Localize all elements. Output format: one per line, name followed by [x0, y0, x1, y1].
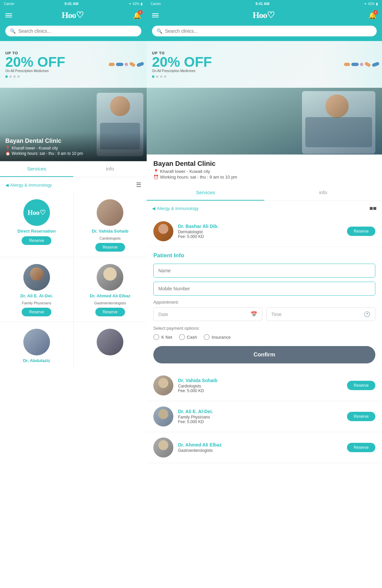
- doctor-list-info-0: Dr. Bashar Ali Dib. Dermatologist Fee: 5…: [178, 224, 342, 239]
- grid-view-icon-right[interactable]: ■■: [369, 205, 377, 212]
- clinic-hero-right: ‹: [147, 88, 382, 155]
- bluetooth-icon: ⚭: [129, 2, 131, 6]
- search-input-left[interactable]: [18, 28, 137, 34]
- bluetooth-icon-right: ⚭: [364, 2, 367, 6]
- doctor-card-2: Dr. Ahmed Ali Elbaz Gastroenterologists …: [74, 257, 147, 322]
- status-bar-right: Carrier 9:41 AM ⚭ 42% ▮: [147, 0, 382, 7]
- notification-button-left[interactable]: 🔔 1: [133, 11, 141, 19]
- doctor-card-0: Dr. Vahida Sohaib Cardiologists Reserve: [74, 193, 147, 257]
- app-logo-right: Hoo♡: [253, 10, 274, 20]
- header-right: Hoo♡ 🔔 1: [147, 7, 382, 24]
- banner-content-left: UP TO 20% OFF On All Prescription Medici…: [5, 51, 65, 78]
- doctor-list-item-1: Dr. Vahida Sohaib Cardiologists Fee: 5.0…: [147, 370, 382, 401]
- doctor-list-fee-2: Fee: 5.000 KD: [178, 419, 342, 424]
- reserve-button-list-0[interactable]: Reserve: [347, 227, 375, 236]
- insurance-label: Insurance: [212, 335, 231, 340]
- reserve-button-2[interactable]: Reserve: [95, 308, 125, 316]
- date-picker[interactable]: Date 📅: [153, 307, 262, 321]
- doctor-list-avatar-2: [153, 406, 173, 426]
- category-back-left[interactable]: ◀ Aliergy & immunology: [5, 183, 52, 188]
- pill-blue-right: [351, 63, 359, 66]
- notification-badge-right: 1: [373, 10, 378, 15]
- hamburger-button-right[interactable]: [152, 13, 159, 17]
- doctor-list-info-3: Dr. Ahmed Ali Elbaz Gastroenterologists: [178, 442, 342, 453]
- category-back-right[interactable]: ◀ Aliergy & immunology: [152, 206, 199, 211]
- clock-icon-form: 🕐: [364, 311, 370, 317]
- tab-services-left[interactable]: Services: [0, 161, 73, 177]
- reserve-button-list-3[interactable]: Reserve: [347, 443, 375, 452]
- clinic-name-right: Bayan Dental Clinic: [153, 160, 375, 168]
- location-icon-right: 📍: [153, 169, 159, 174]
- reserve-button-direct[interactable]: Reserve: [22, 236, 51, 245]
- doctor-name-0: Dr. Vahida Sohaib: [92, 229, 128, 234]
- doctor-list-avatar-1: [153, 375, 173, 395]
- pill-blue2-left: [136, 62, 144, 67]
- search-bar-left[interactable]: 🔍: [5, 26, 141, 36]
- pill-orange-left: [109, 63, 115, 66]
- doctor-name-direct: Direct Reservation: [17, 229, 56, 234]
- battery-text-right: 42%: [368, 2, 375, 6]
- radio-insurance: [204, 334, 210, 340]
- search-bar-right[interactable]: 🔍: [152, 26, 377, 36]
- clinic-info-right: Bayan Dental Clinic 📍 Kharafi tower - Ku…: [147, 155, 382, 185]
- patient-info-title: Patient Info: [153, 252, 375, 259]
- promo-banner-left: UP TO 20% OFF On All Prescription Medici…: [0, 41, 147, 88]
- clinic-hero-left: ‹ Bayan Dental Clinic 📍 Kharafi tower - …: [0, 88, 147, 161]
- radio-cash: [179, 334, 185, 340]
- clinic-location-left: 📍 Kharafi tower - Kuwait city: [5, 146, 141, 151]
- cash-label: Cash: [187, 335, 197, 340]
- banner-pills-left: [87, 41, 147, 88]
- right-screen: Carrier 9:41 AM ⚭ 42% ▮ Hoo♡ 🔔 1 🔍: [147, 0, 382, 588]
- doctor-specialty-2: Gastroenterologists: [94, 301, 126, 305]
- status-icons-left: ⚭ 42% ▮: [129, 2, 143, 6]
- section-header-right: ◀ Aliergy & immunology ■■: [147, 201, 382, 216]
- back-arrow-right: ◀: [152, 206, 155, 211]
- list-view-icon-left[interactable]: ☰: [136, 181, 141, 189]
- payment-option-cash[interactable]: Cash: [179, 334, 197, 340]
- doctor-list-avatar-3: [153, 437, 173, 458]
- time-right: 9:41 AM: [255, 2, 269, 6]
- doctor-card-4: [74, 322, 147, 368]
- confirm-button[interactable]: Confirm: [153, 346, 375, 363]
- back-arrow-left: ◀: [5, 183, 9, 188]
- clock-icon-left: ⏰: [5, 151, 10, 156]
- pill-orange2-left: [129, 61, 136, 67]
- hamburger-button[interactable]: [5, 13, 12, 17]
- pill-blue2-right: [372, 62, 380, 67]
- reserve-button-list-2[interactable]: Reserve: [347, 412, 375, 421]
- doctor-list-info-2: Dr. Ali E. Al-Dei. Family Physicians Fee…: [178, 409, 342, 424]
- doctor-list-item-2: Dr. Ali E. Al-Dei. Family Physicians Fee…: [147, 401, 382, 432]
- payment-option-knet[interactable]: K Net: [153, 334, 172, 340]
- reserve-button-0[interactable]: Reserve: [95, 243, 125, 252]
- pill-sm-left: [125, 63, 128, 66]
- reserve-button-list-1[interactable]: Reserve: [347, 381, 375, 390]
- doctor-avatar-direct: Hoo♡: [23, 199, 50, 226]
- patient-info-section: Patient Info Appointment: Date 📅 Time 🕐 …: [147, 247, 382, 370]
- tab-info-right[interactable]: info: [264, 185, 382, 201]
- appointment-label: Appointment:: [153, 300, 375, 305]
- doctor-list-name-3: Dr. Ahmed Ali Elbaz: [178, 442, 342, 448]
- mobile-field[interactable]: [153, 282, 375, 296]
- clinic-name-left: Bayan Dental Clinic: [5, 137, 141, 144]
- doctor-name-2: Dr. Ahmed Ali Elbaz: [90, 293, 130, 298]
- search-container-right: 🔍: [147, 24, 382, 41]
- tabs-right: Services info: [147, 185, 382, 201]
- search-input-right[interactable]: [165, 28, 372, 34]
- payment-option-insurance[interactable]: Insurance: [204, 334, 231, 340]
- clinic-hours-left: ⏰ Working hours: sat - thu : 9 am to 10 …: [5, 151, 141, 156]
- notification-button-right[interactable]: 🔔 1: [368, 11, 377, 19]
- pill-orange2-right: [364, 61, 371, 67]
- tab-info-left[interactable]: info: [73, 161, 147, 177]
- doctor-name-3: Dr. Abdulaziz: [23, 358, 50, 363]
- tabs-left: Services info: [0, 161, 147, 177]
- doctor-list-name-1: Dr. Vahida Sohaib: [178, 378, 342, 383]
- name-field[interactable]: [153, 264, 375, 278]
- banner-dots-left: [5, 75, 65, 78]
- reserve-button-1[interactable]: Reserve: [22, 308, 51, 316]
- doctor-list-fee-1: Fee: 5.000 KD: [178, 388, 342, 393]
- time-picker[interactable]: Time 🕐: [266, 307, 375, 321]
- search-container-left: 🔍: [0, 24, 147, 41]
- doctor-specialty-1: Family Physicians: [22, 301, 51, 305]
- clinic-hours-right: ⏰ Working hours: sat - thu : 9 am to 10 …: [153, 175, 375, 180]
- tab-services-right[interactable]: Services: [147, 185, 264, 201]
